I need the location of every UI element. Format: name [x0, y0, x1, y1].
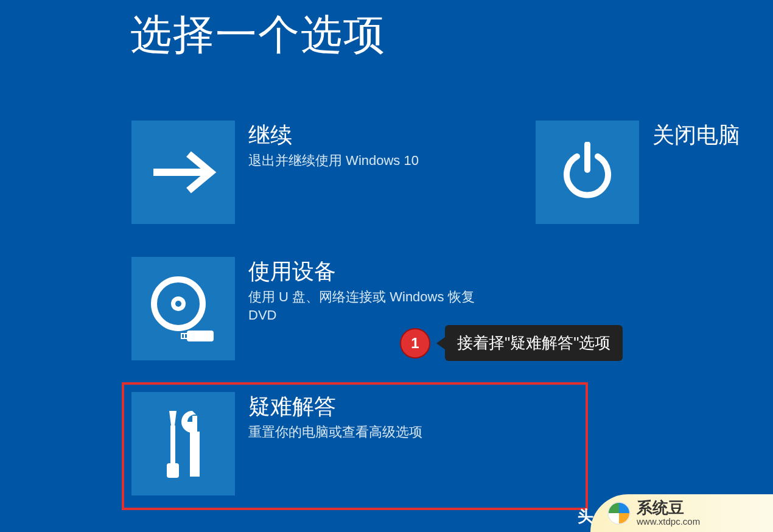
disc-usb-icon	[147, 272, 220, 345]
svg-marker-9	[169, 411, 177, 425]
troubleshoot-text: 疑难解答 重置你的电脑或查看高级选项	[248, 393, 422, 441]
annotation-number-badge: 1	[400, 328, 430, 359]
device-desc: 使用 U 盘、网络连接或 Windows 恢复 DVD	[248, 288, 492, 324]
device-text: 使用设备 使用 U 盘、网络连接或 Windows 恢复 DVD	[248, 258, 492, 324]
shutdown-text: 关闭电脑	[652, 122, 740, 152]
page-title: 选择一个选项	[130, 7, 386, 63]
site-url: www.xtdpc.com	[637, 517, 700, 527]
svg-rect-11	[167, 463, 179, 478]
shutdown-title: 关闭电脑	[652, 122, 740, 148]
troubleshoot-tile[interactable]	[131, 392, 235, 495]
continue-text: 继续 退出并继续使用 Windows 10	[248, 122, 419, 170]
tools-icon	[156, 407, 211, 480]
site-logo-icon	[607, 502, 631, 525]
continue-title: 继续	[248, 122, 419, 148]
svg-rect-10	[170, 425, 175, 464]
annotation-bubble: 接着择"疑难解答"选项	[445, 325, 623, 361]
svg-rect-7	[182, 334, 184, 338]
site-badge: 系统豆 www.xtdpc.com	[590, 494, 773, 532]
continue-desc: 退出并继续使用 Windows 10	[248, 152, 419, 170]
device-tile[interactable]	[131, 257, 235, 360]
svg-point-4	[175, 301, 181, 307]
troubleshoot-title: 疑难解答	[248, 393, 422, 419]
continue-tile[interactable]	[131, 121, 235, 224]
troubleshoot-desc: 重置你的电脑或查看高级选项	[248, 423, 422, 441]
annotation: 1 接着择"疑难解答"选项	[400, 325, 623, 361]
device-title: 使用设备	[248, 258, 492, 284]
svg-rect-5	[187, 331, 214, 341]
site-name: 系统豆	[637, 500, 700, 516]
arrow-right-icon	[150, 148, 217, 197]
shutdown-tile[interactable]	[536, 121, 639, 224]
power-icon	[560, 142, 615, 203]
svg-rect-6	[181, 333, 188, 339]
svg-rect-8	[185, 334, 187, 338]
